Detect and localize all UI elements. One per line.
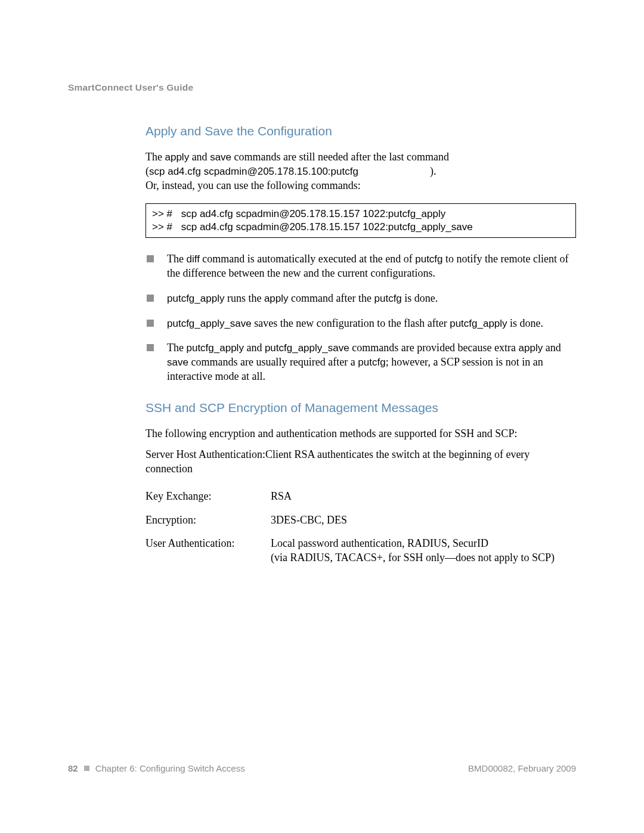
- list-item: putcfg_apply_save saves the new configur…: [145, 317, 576, 331]
- def-label: Encryption:: [145, 513, 271, 528]
- text: Or, instead, you can use the following c…: [145, 179, 361, 191]
- text: is done.: [507, 317, 544, 329]
- text: Local password authentication, RADIUS, S…: [271, 537, 488, 549]
- running-header: SmartConnect User's Guide: [68, 82, 576, 93]
- bullet-list: The diff command is automatically execut…: [145, 252, 576, 383]
- def-row-key-exchange: Key Exchange: RSA: [145, 490, 576, 504]
- server-host-auth: Server Host Authentication:Client RSA au…: [145, 448, 576, 476]
- text: runs the: [224, 292, 264, 304]
- text: (via RADIUS, TACACS+, for SSH only—does …: [271, 552, 555, 563]
- code-diff: diff: [186, 253, 199, 265]
- intro-paragraph: The apply and save commands are still ne…: [145, 150, 576, 193]
- code-line-1: scp ad4.cfg scpadmin@205.178.15.157 1022…: [181, 208, 446, 219]
- code-save: save: [210, 151, 231, 163]
- text: and: [189, 151, 210, 163]
- footer-right: BMD00082, February 2009: [468, 763, 576, 773]
- text: saves the new configuration to the flash…: [252, 317, 450, 329]
- prompt: >> #: [152, 208, 178, 221]
- text: The: [167, 253, 186, 265]
- code-putcfg: putcfg: [374, 293, 402, 304]
- def-value: 3DES-CBC, DES: [271, 513, 576, 528]
- code-scp-cmd: scp ad4.cfg scpadmin@205.178.15.100:putc…: [149, 166, 358, 177]
- code-putcfg-apply-save: putcfg_apply_save: [167, 318, 252, 329]
- list-item: putcfg_apply runs the apply command afte…: [145, 292, 576, 306]
- footer-left: 82 Chapter 6: Configuring Switch Access: [68, 763, 245, 773]
- def-row-encryption: Encryption: 3DES-CBC, DES: [145, 513, 576, 528]
- definition-list: Key Exchange: RSA Encryption: 3DES-CBC, …: [145, 490, 576, 565]
- text: commands are provided because extra: [349, 342, 519, 354]
- square-icon: [84, 766, 89, 771]
- text: The: [167, 342, 186, 354]
- code-putcfg-apply: putcfg_apply: [186, 342, 243, 354]
- text: and: [543, 342, 561, 354]
- def-value: RSA: [271, 490, 576, 504]
- ssh-intro: The following encryption and authenticat…: [145, 427, 576, 441]
- code-block: >> # scp ad4.cfg scpadmin@205.178.15.157…: [145, 203, 576, 238]
- code-putcfg-apply: putcfg_apply: [450, 318, 507, 329]
- page-number: 82: [68, 763, 78, 773]
- code-apply: apply: [519, 342, 543, 354]
- chapter-label: Chapter 6: Configuring Switch Access: [95, 763, 245, 773]
- text: is done.: [402, 292, 438, 304]
- text: commands are usually required after a: [188, 356, 358, 368]
- list-item: The putcfg_apply and putcfg_apply_save c…: [145, 341, 576, 383]
- text: command after the: [289, 292, 374, 304]
- code-apply: apply: [264, 293, 289, 304]
- code-line-2: scp ad4.cfg scpadmin@205.178.15.157 1022…: [181, 221, 473, 233]
- text: ).: [430, 165, 436, 177]
- prompt: >> #: [152, 221, 178, 234]
- text: and: [244, 342, 265, 354]
- page: SmartConnect User's Guide Apply and Save…: [0, 0, 644, 833]
- code-putcfg: putcfg: [415, 253, 442, 265]
- text: commands are still needed after the last…: [231, 151, 449, 163]
- code-putcfg-apply-save: putcfg_apply_save: [265, 342, 349, 354]
- heading-ssh-scp: SSH and SCP Encryption of Management Mes…: [145, 401, 576, 415]
- page-footer: 82 Chapter 6: Configuring Switch Access …: [68, 763, 576, 773]
- list-item: The diff command is automatically execut…: [145, 252, 576, 281]
- def-value: Local password authentication, RADIUS, S…: [271, 537, 576, 565]
- def-row-user-auth: User Authentication: Local password auth…: [145, 537, 576, 565]
- code-apply: apply: [165, 151, 189, 163]
- def-label: User Authentication:: [145, 537, 271, 565]
- def-label: Key Exchange:: [145, 490, 271, 504]
- heading-apply-save: Apply and Save the Configuration: [145, 124, 576, 138]
- code-save: save: [167, 357, 188, 368]
- code-putcfg-apply: putcfg_apply: [167, 293, 224, 304]
- text: command is automatically executed at the…: [200, 253, 415, 265]
- text: The: [145, 151, 165, 163]
- main-content: Apply and Save the Configuration The app…: [145, 124, 576, 565]
- code-putcfg: putcfg: [358, 357, 385, 368]
